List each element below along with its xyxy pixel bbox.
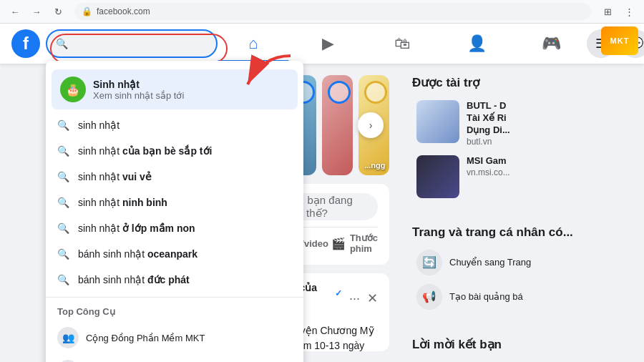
search-suggestion-icon: 🔍	[57, 119, 69, 131]
mkt-brand-header: MKT	[601, 26, 638, 55]
suggestion-text-2: sinh nhật của bạn bè sắp tới	[78, 145, 212, 157]
tool-item-2[interactable]: 💼 Khởi Nghiệp Thời Chuyển Đổi Số	[46, 354, 303, 362]
search-suggestion-icon-6: 🔍	[57, 248, 69, 260]
browser-more-button[interactable]: ⋮	[620, 2, 638, 21]
film-icon: 🎬	[331, 237, 346, 250]
facebook-header: f 🔍 sinh nhật 🎂 Sinh nhật Xem sinh nhật …	[0, 24, 644, 64]
suggestion-text-6: bánh sinh nhật oceanpark	[78, 248, 197, 260]
page-promote-icon: 📢	[416, 284, 442, 310]
search-suggestion-2[interactable]: 🔍 sinh nhật của bạn bè sắp tới	[46, 138, 303, 164]
lock-icon: 🔒	[82, 6, 92, 16]
nav-profile[interactable]: 👤	[441, 26, 512, 61]
pages-section-title: Trang và trang cá nhân có...	[412, 225, 633, 240]
tool-item-1[interactable]: 👥 Cộng Đồng Phần Mềm MKT	[46, 321, 303, 354]
pages-section: Trang và trang cá nhân có... 🔄 Chuyển sa…	[412, 225, 633, 314]
story-avatar-3	[328, 81, 351, 104]
sponsored-title: Được tài trợ	[412, 75, 633, 90]
facebook-logo: f	[11, 29, 40, 58]
forward-button[interactable]: →	[27, 2, 46, 21]
sponsored-title-2: MSI Gam	[467, 155, 510, 167]
page-item-2[interactable]: 📢 Tạo bài quảng bá	[412, 280, 633, 314]
friends-section-title: Lời mời kết bạn	[412, 337, 633, 352]
nav-video[interactable]: ▶	[292, 26, 364, 61]
sponsored-card-2[interactable]: MSI Gam vn.msi.co...	[412, 151, 633, 202]
page-item-1[interactable]: 🔄 Chuyển sang Trang	[412, 245, 633, 280]
search-input[interactable]: sinh nhật	[74, 38, 210, 50]
search-suggestion-icon-5: 🔍	[57, 222, 69, 234]
search-wrapper: 🔍 sinh nhật 🎂 Sinh nhật Xem sinh nhật sắ…	[46, 29, 218, 58]
nav-gaming[interactable]: 🎮	[515, 26, 587, 61]
search-top-title: Sinh nhật	[93, 79, 184, 90]
suggestion-text-5: sinh nhật ở lớp mầm non	[78, 222, 195, 234]
friend-item-1[interactable]: Thái Hòa 1 bạn chung...	[412, 358, 633, 362]
friends-section: Lời mời kết bạn Thái Hòa 1 bạn chung...	[412, 337, 633, 362]
reload-button[interactable]: ↻	[49, 2, 67, 21]
mkt-logo-top: MKT	[601, 26, 638, 55]
extensions-button[interactable]: ⊞	[598, 2, 617, 21]
browser-right-icons: ⊞ ⋮	[598, 2, 638, 21]
nav-marketplace[interactable]: 🛍	[366, 26, 438, 61]
birthday-icon: 🎂	[60, 77, 86, 102]
search-box[interactable]: 🔍 sinh nhật	[46, 29, 218, 58]
search-suggestion-5[interactable]: 🔍 sinh nhật ở lớp mầm non	[46, 215, 303, 241]
tool-label-1: Cộng Đồng Phần Mềm MKT	[86, 333, 205, 343]
tool-icon-1: 👥	[57, 327, 79, 348]
suggestion-text-3: sinh nhật vui vẻ	[78, 171, 152, 182]
search-suggestion-1[interactable]: 🔍 sinh nhật	[46, 112, 303, 138]
post-close-button[interactable]: ✕	[367, 290, 378, 306]
film-label: Thước phim	[350, 233, 378, 254]
search-icon: 🔍	[56, 38, 68, 49]
right-sidebar: Được tài trợ BUTL - DTài Xế RiDụng Di...…	[401, 64, 644, 362]
sponsored-img-1	[416, 100, 459, 143]
search-top-item[interactable]: 🎂 Sinh nhật Xem sinh nhật sắp tới	[52, 69, 298, 109]
stories-next-btn[interactable]: ›	[358, 112, 384, 138]
suggestion-text-4: sinh nhật ninh binh	[78, 197, 167, 208]
back-button[interactable]: ←	[6, 2, 24, 21]
sponsored-img-2	[416, 155, 459, 198]
nav-home[interactable]: ⌂	[218, 26, 289, 61]
tools-section-title: Top Công Cụ	[46, 302, 303, 321]
search-suggestion-7[interactable]: 🔍 bánh sinh nhật đức phát	[46, 267, 303, 293]
page-item-label-1: Chuyển sang Trang	[449, 257, 531, 268]
story-label-4: ...ngg	[364, 161, 385, 170]
verified-icon: ✓	[335, 288, 342, 298]
sponsored-section: Được tài trợ BUTL - DTài Xế RiDụng Di...…	[412, 75, 633, 202]
search-divider	[46, 297, 303, 298]
address-bar[interactable]: 🔒 facebook.com	[74, 3, 591, 20]
browser-chrome: ← → ↻ 🔒 facebook.com ⊞ ⋮	[0, 0, 644, 24]
post-more-button[interactable]: ···	[349, 291, 360, 306]
browser-titlebar: ← → ↻ 🔒 facebook.com ⊞ ⋮	[0, 0, 644, 23]
film-btn[interactable]: 🎬 Thước phim	[331, 230, 378, 256]
search-suggestion-icon-2: 🔍	[57, 145, 69, 157]
search-suggestion-icon-3: 🔍	[57, 171, 69, 182]
page-switch-icon: 🔄	[416, 250, 442, 275]
page-item-label-2: Tạo bài quảng bá	[449, 291, 523, 302]
search-suggestion-6[interactable]: 🔍 bánh sinh nhật oceanpark	[46, 241, 303, 267]
facebook-app: f 🔍 sinh nhật 🎂 Sinh nhật Xem sinh nhật …	[0, 24, 644, 362]
nav-center: ⌂ ▶ 🛍 👤 🎮	[218, 26, 587, 61]
search-suggestion-icon-4: 🔍	[57, 197, 69, 208]
search-suggestion-3[interactable]: 🔍 sinh nhật vui vẻ	[46, 164, 303, 190]
sponsored-domain-1: butl.vn	[467, 137, 510, 147]
search-dropdown: 🎂 Sinh nhật Xem sinh nhật sắp tới 🔍 sinh…	[46, 61, 303, 362]
suggestion-text-1: sinh nhật	[78, 119, 119, 131]
search-suggestion-4[interactable]: 🔍 sinh nhật ninh binh	[46, 190, 303, 215]
suggestion-text-7: bánh sinh nhật đức phát	[78, 274, 190, 285]
sponsored-title-1: BUTL - DTài Xế RiDụng Di...	[467, 100, 510, 137]
story-card-3[interactable]	[322, 75, 353, 175]
sponsored-domain-2: vn.msi.co...	[467, 167, 510, 177]
story-avatar-4	[364, 81, 387, 104]
url-text: facebook.com	[97, 6, 150, 16]
search-top-subtitle: Xem sinh nhật sắp tới	[93, 90, 184, 101]
sponsored-card-1[interactable]: BUTL - DTài Xế RiDụng Di... butl.vn	[412, 96, 633, 151]
search-suggestion-icon-7: 🔍	[57, 274, 69, 285]
